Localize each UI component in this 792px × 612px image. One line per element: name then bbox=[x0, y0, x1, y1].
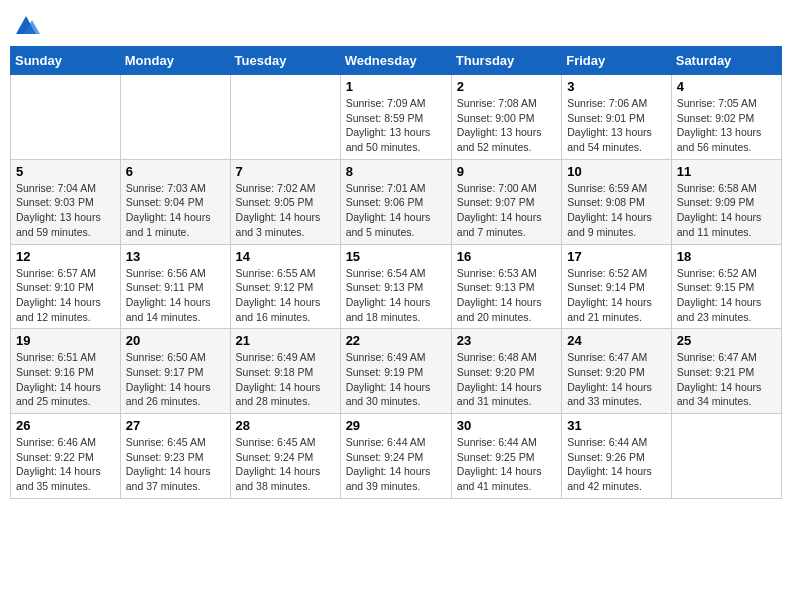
calendar-cell: 28Sunrise: 6:45 AMSunset: 9:24 PMDayligh… bbox=[230, 414, 340, 499]
day-info: Sunrise: 6:45 AMSunset: 9:23 PMDaylight:… bbox=[126, 435, 225, 494]
day-number: 14 bbox=[236, 249, 335, 264]
day-info: Sunrise: 7:03 AMSunset: 9:04 PMDaylight:… bbox=[126, 181, 225, 240]
day-info: Sunrise: 6:44 AMSunset: 9:25 PMDaylight:… bbox=[457, 435, 556, 494]
day-header-saturday: Saturday bbox=[671, 47, 781, 75]
day-info: Sunrise: 6:53 AMSunset: 9:13 PMDaylight:… bbox=[457, 266, 556, 325]
day-number: 6 bbox=[126, 164, 225, 179]
day-number: 31 bbox=[567, 418, 666, 433]
day-info: Sunrise: 6:59 AMSunset: 9:08 PMDaylight:… bbox=[567, 181, 666, 240]
day-info: Sunrise: 7:08 AMSunset: 9:00 PMDaylight:… bbox=[457, 96, 556, 155]
calendar-cell bbox=[11, 75, 121, 160]
day-info: Sunrise: 6:47 AMSunset: 9:20 PMDaylight:… bbox=[567, 350, 666, 409]
week-row: 12Sunrise: 6:57 AMSunset: 9:10 PMDayligh… bbox=[11, 244, 782, 329]
calendar-cell: 3Sunrise: 7:06 AMSunset: 9:01 PMDaylight… bbox=[562, 75, 672, 160]
day-header-monday: Monday bbox=[120, 47, 230, 75]
day-number: 9 bbox=[457, 164, 556, 179]
day-number: 8 bbox=[346, 164, 446, 179]
day-info: Sunrise: 7:04 AMSunset: 9:03 PMDaylight:… bbox=[16, 181, 115, 240]
day-info: Sunrise: 6:49 AMSunset: 9:19 PMDaylight:… bbox=[346, 350, 446, 409]
day-number: 24 bbox=[567, 333, 666, 348]
day-number: 13 bbox=[126, 249, 225, 264]
day-info: Sunrise: 7:09 AMSunset: 8:59 PMDaylight:… bbox=[346, 96, 446, 155]
calendar-cell: 12Sunrise: 6:57 AMSunset: 9:10 PMDayligh… bbox=[11, 244, 121, 329]
day-info: Sunrise: 6:57 AMSunset: 9:10 PMDaylight:… bbox=[16, 266, 115, 325]
week-row: 5Sunrise: 7:04 AMSunset: 9:03 PMDaylight… bbox=[11, 159, 782, 244]
day-number: 22 bbox=[346, 333, 446, 348]
day-number: 21 bbox=[236, 333, 335, 348]
day-number: 27 bbox=[126, 418, 225, 433]
logo bbox=[10, 10, 40, 38]
day-header-sunday: Sunday bbox=[11, 47, 121, 75]
calendar-cell: 23Sunrise: 6:48 AMSunset: 9:20 PMDayligh… bbox=[451, 329, 561, 414]
day-header-friday: Friday bbox=[562, 47, 672, 75]
day-info: Sunrise: 6:52 AMSunset: 9:15 PMDaylight:… bbox=[677, 266, 776, 325]
day-number: 19 bbox=[16, 333, 115, 348]
calendar-cell bbox=[120, 75, 230, 160]
calendar-cell: 24Sunrise: 6:47 AMSunset: 9:20 PMDayligh… bbox=[562, 329, 672, 414]
calendar-cell: 14Sunrise: 6:55 AMSunset: 9:12 PMDayligh… bbox=[230, 244, 340, 329]
day-number: 30 bbox=[457, 418, 556, 433]
day-number: 29 bbox=[346, 418, 446, 433]
calendar-cell: 6Sunrise: 7:03 AMSunset: 9:04 PMDaylight… bbox=[120, 159, 230, 244]
calendar-cell: 7Sunrise: 7:02 AMSunset: 9:05 PMDaylight… bbox=[230, 159, 340, 244]
calendar-cell: 18Sunrise: 6:52 AMSunset: 9:15 PMDayligh… bbox=[671, 244, 781, 329]
day-number: 1 bbox=[346, 79, 446, 94]
calendar-cell: 13Sunrise: 6:56 AMSunset: 9:11 PMDayligh… bbox=[120, 244, 230, 329]
calendar-cell: 19Sunrise: 6:51 AMSunset: 9:16 PMDayligh… bbox=[11, 329, 121, 414]
calendar-cell: 21Sunrise: 6:49 AMSunset: 9:18 PMDayligh… bbox=[230, 329, 340, 414]
day-number: 25 bbox=[677, 333, 776, 348]
day-number: 16 bbox=[457, 249, 556, 264]
calendar-cell: 26Sunrise: 6:46 AMSunset: 9:22 PMDayligh… bbox=[11, 414, 121, 499]
day-info: Sunrise: 6:44 AMSunset: 9:24 PMDaylight:… bbox=[346, 435, 446, 494]
day-info: Sunrise: 6:58 AMSunset: 9:09 PMDaylight:… bbox=[677, 181, 776, 240]
calendar-cell: 5Sunrise: 7:04 AMSunset: 9:03 PMDaylight… bbox=[11, 159, 121, 244]
calendar-header: SundayMondayTuesdayWednesdayThursdayFrid… bbox=[11, 47, 782, 75]
calendar-cell: 22Sunrise: 6:49 AMSunset: 9:19 PMDayligh… bbox=[340, 329, 451, 414]
day-number: 23 bbox=[457, 333, 556, 348]
calendar-cell: 27Sunrise: 6:45 AMSunset: 9:23 PMDayligh… bbox=[120, 414, 230, 499]
day-header-tuesday: Tuesday bbox=[230, 47, 340, 75]
day-number: 5 bbox=[16, 164, 115, 179]
day-number: 18 bbox=[677, 249, 776, 264]
calendar-cell: 1Sunrise: 7:09 AMSunset: 8:59 PMDaylight… bbox=[340, 75, 451, 160]
calendar-cell: 9Sunrise: 7:00 AMSunset: 9:07 PMDaylight… bbox=[451, 159, 561, 244]
day-number: 4 bbox=[677, 79, 776, 94]
day-header-thursday: Thursday bbox=[451, 47, 561, 75]
day-info: Sunrise: 6:49 AMSunset: 9:18 PMDaylight:… bbox=[236, 350, 335, 409]
week-row: 19Sunrise: 6:51 AMSunset: 9:16 PMDayligh… bbox=[11, 329, 782, 414]
day-number: 17 bbox=[567, 249, 666, 264]
week-row: 26Sunrise: 6:46 AMSunset: 9:22 PMDayligh… bbox=[11, 414, 782, 499]
day-number: 3 bbox=[567, 79, 666, 94]
day-number: 12 bbox=[16, 249, 115, 264]
day-number: 10 bbox=[567, 164, 666, 179]
day-info: Sunrise: 6:45 AMSunset: 9:24 PMDaylight:… bbox=[236, 435, 335, 494]
day-info: Sunrise: 6:48 AMSunset: 9:20 PMDaylight:… bbox=[457, 350, 556, 409]
day-number: 7 bbox=[236, 164, 335, 179]
day-info: Sunrise: 6:55 AMSunset: 9:12 PMDaylight:… bbox=[236, 266, 335, 325]
day-info: Sunrise: 6:50 AMSunset: 9:17 PMDaylight:… bbox=[126, 350, 225, 409]
day-info: Sunrise: 6:44 AMSunset: 9:26 PMDaylight:… bbox=[567, 435, 666, 494]
day-number: 11 bbox=[677, 164, 776, 179]
calendar-body: 1Sunrise: 7:09 AMSunset: 8:59 PMDaylight… bbox=[11, 75, 782, 499]
page-header bbox=[10, 10, 782, 38]
calendar-cell: 16Sunrise: 6:53 AMSunset: 9:13 PMDayligh… bbox=[451, 244, 561, 329]
calendar-table: SundayMondayTuesdayWednesdayThursdayFrid… bbox=[10, 46, 782, 499]
calendar-cell bbox=[230, 75, 340, 160]
day-info: Sunrise: 7:05 AMSunset: 9:02 PMDaylight:… bbox=[677, 96, 776, 155]
calendar-cell: 15Sunrise: 6:54 AMSunset: 9:13 PMDayligh… bbox=[340, 244, 451, 329]
day-info: Sunrise: 6:46 AMSunset: 9:22 PMDaylight:… bbox=[16, 435, 115, 494]
calendar-cell: 11Sunrise: 6:58 AMSunset: 9:09 PMDayligh… bbox=[671, 159, 781, 244]
day-number: 26 bbox=[16, 418, 115, 433]
day-number: 15 bbox=[346, 249, 446, 264]
day-number: 28 bbox=[236, 418, 335, 433]
day-info: Sunrise: 7:00 AMSunset: 9:07 PMDaylight:… bbox=[457, 181, 556, 240]
calendar-cell bbox=[671, 414, 781, 499]
day-number: 2 bbox=[457, 79, 556, 94]
calendar-cell: 8Sunrise: 7:01 AMSunset: 9:06 PMDaylight… bbox=[340, 159, 451, 244]
calendar-cell: 25Sunrise: 6:47 AMSunset: 9:21 PMDayligh… bbox=[671, 329, 781, 414]
day-info: Sunrise: 6:51 AMSunset: 9:16 PMDaylight:… bbox=[16, 350, 115, 409]
calendar-cell: 2Sunrise: 7:08 AMSunset: 9:00 PMDaylight… bbox=[451, 75, 561, 160]
calendar-cell: 30Sunrise: 6:44 AMSunset: 9:25 PMDayligh… bbox=[451, 414, 561, 499]
day-info: Sunrise: 7:06 AMSunset: 9:01 PMDaylight:… bbox=[567, 96, 666, 155]
day-info: Sunrise: 6:52 AMSunset: 9:14 PMDaylight:… bbox=[567, 266, 666, 325]
